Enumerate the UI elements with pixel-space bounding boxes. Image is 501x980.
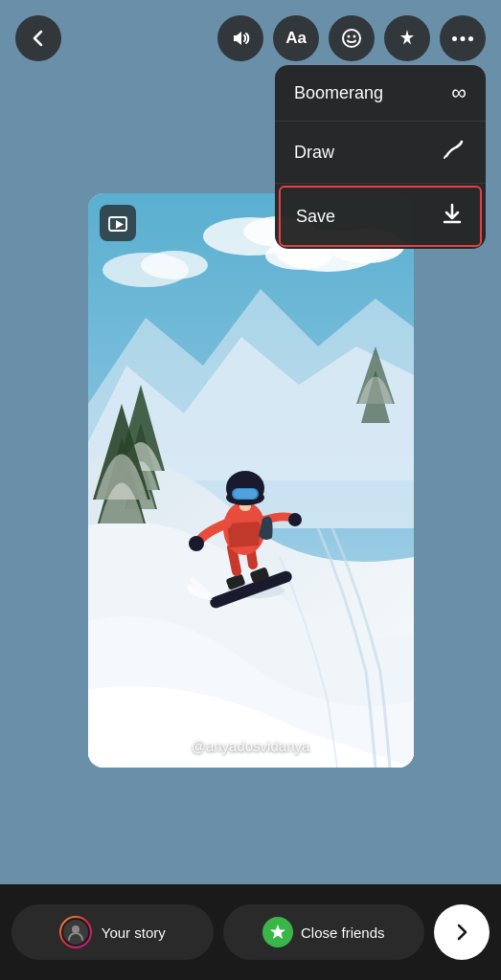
your-story-button[interactable]: Your story [11, 904, 214, 960]
story-username: @anyadosvidanya [88, 738, 414, 754]
svg-point-1 [348, 35, 351, 38]
your-story-label: Your story [102, 924, 166, 941]
dropdown-draw[interactable]: Draw [275, 122, 486, 184]
avatar-inner [61, 918, 90, 947]
svg-point-27 [189, 536, 204, 551]
sound-button[interactable] [217, 15, 263, 61]
story-scene [88, 193, 414, 768]
dropdown-save[interactable]: Save [279, 186, 482, 247]
text-icon: Aa [285, 29, 307, 48]
svg-marker-35 [116, 220, 124, 229]
svg-point-3 [452, 36, 457, 41]
svg-point-11 [141, 251, 208, 279]
boomerang-label: Boomerang [294, 83, 383, 103]
svg-point-36 [72, 925, 80, 933]
svg-point-2 [353, 35, 356, 38]
effects-button[interactable] [384, 15, 430, 61]
svg-rect-33 [234, 489, 257, 499]
dropdown-menu: Boomerang ∞ Draw Save [275, 65, 486, 249]
avatar [59, 916, 92, 948]
svg-point-28 [288, 513, 302, 526]
film-strip-icon [100, 205, 136, 241]
draw-icon [442, 137, 467, 167]
save-label: Save [296, 207, 335, 227]
back-button[interactable] [15, 15, 61, 61]
next-button[interactable] [434, 904, 490, 960]
svg-point-5 [468, 36, 473, 41]
svg-point-4 [461, 36, 466, 41]
save-icon [440, 201, 465, 232]
story-card: @anyadosvidanya [88, 193, 414, 768]
bottom-bar: Your story Close friends [0, 884, 501, 980]
svg-point-0 [343, 30, 360, 47]
more-button[interactable] [440, 15, 486, 61]
draw-label: Draw [294, 143, 334, 163]
close-friends-label: Close friends [301, 924, 385, 941]
next-chevron-icon [450, 921, 473, 944]
dropdown-boomerang[interactable]: Boomerang ∞ [275, 65, 486, 122]
close-friends-button[interactable]: Close friends [223, 904, 425, 960]
green-star-icon [262, 917, 293, 947]
boomerang-icon: ∞ [451, 80, 467, 105]
sticker-button[interactable] [329, 15, 375, 61]
text-button[interactable]: Aa [273, 15, 319, 61]
